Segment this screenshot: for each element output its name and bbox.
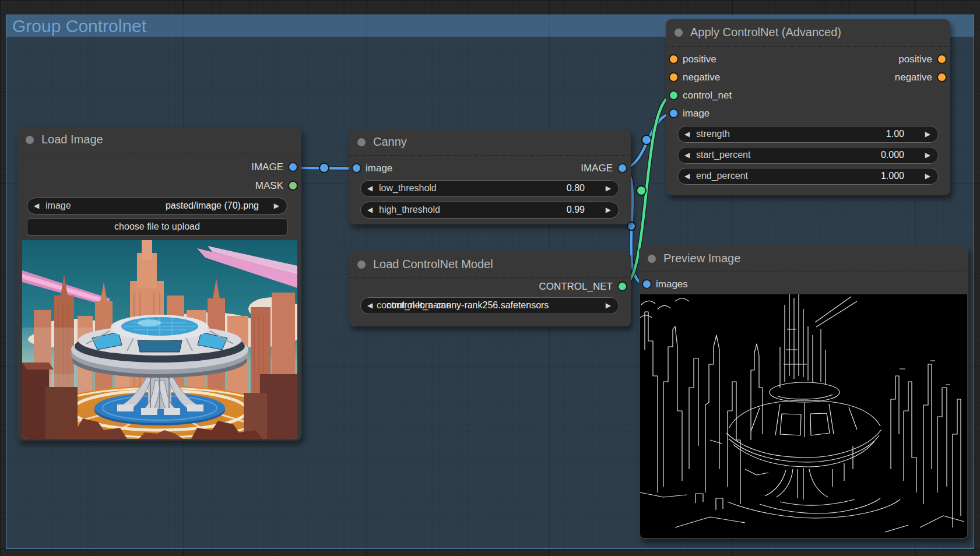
output-label: IMAGE — [581, 163, 613, 174]
increment-arrow-icon[interactable]: ▶ — [606, 181, 611, 196]
output-row: IMAGE — [17, 159, 301, 176]
high-threshold-widget[interactable]: ◀ high_threshold 0.99 ▶ — [360, 202, 619, 219]
combo-left-arrow-icon[interactable]: ◀ — [34, 198, 39, 213]
node-apply-controlnet-advanced[interactable]: Apply ControlNet (Advanced) positive pos… — [666, 19, 950, 195]
node-title: Preview Image — [663, 252, 740, 265]
canny-edge-preview-thumbnail — [640, 294, 967, 538]
increment-arrow-icon[interactable]: ▶ — [925, 147, 930, 163]
increment-arrow-icon[interactable]: ▶ — [925, 168, 930, 184]
decrement-arrow-icon[interactable]: ◀ — [684, 147, 690, 163]
decrement-arrow-icon[interactable]: ◀ — [367, 181, 373, 196]
decrement-arrow-icon[interactable]: ◀ — [367, 298, 373, 313]
decrement-arrow-icon[interactable]: ◀ — [367, 202, 373, 217]
increment-arrow-icon[interactable]: ▶ — [925, 126, 930, 142]
low-threshold-widget[interactable]: ◀ low_threshold 0.80 ▶ — [360, 180, 619, 197]
control-net-input-slot[interactable] — [670, 92, 677, 99]
collapse-dot[interactable] — [26, 136, 34, 144]
strength-widget[interactable]: ◀ strength 1.00 ▶ — [677, 126, 939, 143]
choose-file-button[interactable]: choose file to upload — [27, 219, 287, 235]
increment-arrow-icon[interactable]: ▶ — [606, 298, 611, 313]
widget-value: 0.80 — [567, 181, 585, 196]
collapse-dot[interactable] — [357, 261, 366, 269]
end-percent-widget[interactable]: ◀ end_percent 1.000 ▶ — [677, 168, 939, 185]
input-label: control_net — [683, 90, 732, 101]
control-net-name-widget[interactable]: ◀ control_net_name control-lora-canny-ra… — [360, 297, 619, 314]
node-title-bar[interactable]: Preview Image — [639, 246, 968, 272]
output-row: positive — [666, 51, 950, 68]
combo-right-arrow-icon[interactable]: ▶ — [274, 198, 279, 213]
widget-label: strength — [696, 126, 730, 142]
widget-value: 0.99 — [567, 202, 585, 217]
node-load-image[interactable]: Load Image IMAGE MASK ◀ image pasted/ima… — [17, 127, 301, 441]
output-label: MASK — [255, 180, 283, 191]
output-row: negative — [666, 69, 950, 86]
node-title: Apply ControlNet (Advanced) — [690, 26, 841, 39]
positive-output-slot[interactable] — [938, 55, 946, 63]
output-label: positive — [898, 54, 932, 65]
output-row: MASK — [17, 177, 301, 195]
output-row: IMAGE — [349, 160, 631, 177]
output-label: negative — [895, 72, 932, 83]
image-input-slot[interactable] — [670, 110, 677, 117]
widget-value: 1.000 — [881, 168, 904, 184]
input-row: images — [639, 276, 968, 293]
collapse-dot[interactable] — [675, 29, 683, 37]
node-title-bar[interactable]: Load Image — [17, 127, 301, 153]
image-combo-widget[interactable]: ◀ image pasted/image (70).png ▶ — [27, 198, 287, 214]
output-label: IMAGE — [251, 161, 283, 173]
group-title: Group Controlnet — [12, 16, 146, 36]
collapse-dot[interactable] — [648, 255, 656, 263]
node-title: Load ControlNet Model — [373, 258, 493, 271]
input-row: control_net — [666, 87, 950, 104]
widget-label: end_percent — [696, 168, 748, 184]
loaded-city-image-thumbnail — [22, 240, 297, 439]
node-title-bar[interactable]: Apply ControlNet (Advanced) — [666, 19, 950, 47]
images-input-slot[interactable] — [643, 280, 651, 288]
widget-label: high_threshold — [379, 202, 440, 217]
node-graph-canvas[interactable]: Group Controlnet Load Image — [0, 0, 980, 556]
widget-value: control-lora-canny-rank256.safetensors — [387, 298, 549, 313]
widget-label: image — [45, 198, 71, 213]
input-label: image — [683, 108, 709, 119]
input-label: images — [656, 279, 688, 290]
collapse-dot[interactable] — [357, 138, 366, 146]
node-load-controlnet-model[interactable]: Load ControlNet Model CONTROL_NET ◀ cont… — [349, 252, 631, 326]
start-percent-widget[interactable]: ◀ start_percent 0.000 ▶ — [677, 147, 939, 164]
increment-arrow-icon[interactable]: ▶ — [606, 202, 611, 217]
node-title-bar[interactable]: Load ControlNet Model — [349, 252, 631, 278]
node-title: Canny — [373, 135, 407, 149]
input-row: image — [666, 105, 950, 122]
output-label: CONTROL_NET — [539, 281, 613, 292]
widget-label: low_threshold — [379, 181, 437, 196]
image-output-slot[interactable] — [289, 163, 297, 171]
negative-output-slot[interactable] — [938, 73, 946, 81]
output-row: CONTROL_NET — [349, 278, 631, 295]
decrement-arrow-icon[interactable]: ◀ — [684, 168, 690, 184]
decrement-arrow-icon[interactable]: ◀ — [684, 126, 690, 142]
button-label: choose file to upload — [114, 221, 200, 231]
node-preview-image[interactable]: Preview Image images — [639, 246, 968, 539]
widget-label: start_percent — [696, 147, 750, 163]
widget-value: pasted/image (70).png — [166, 198, 259, 213]
node-canny[interactable]: Canny image IMAGE ◀ low_threshold 0.80 ▶… — [349, 129, 631, 224]
control-net-output-slot[interactable] — [619, 283, 626, 290]
widget-value: 0.000 — [881, 147, 904, 163]
widget-value: 1.00 — [886, 126, 904, 142]
node-title-bar[interactable]: Canny — [349, 129, 631, 156]
mask-output-slot[interactable] — [289, 182, 297, 189]
node-title: Load Image — [41, 133, 103, 146]
image-output-slot[interactable] — [619, 164, 626, 172]
